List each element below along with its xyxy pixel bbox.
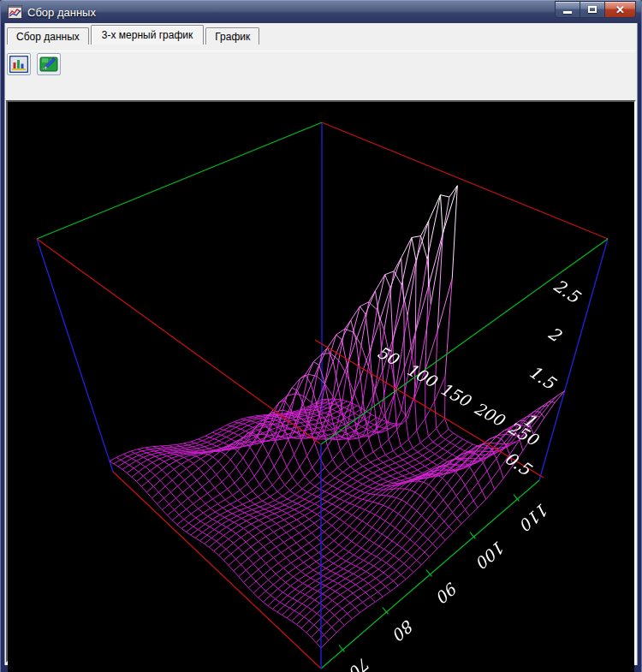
image-pencil-icon — [39, 56, 58, 73]
client-area: Сбор данных3-х мерный графикГрафик — [4, 23, 638, 665]
tab-strip: Сбор данных3-х мерный графикГрафик — [4, 23, 638, 47]
maximize-icon — [588, 6, 597, 13]
title-bar[interactable]: Сбор данных ✕ — [1, 1, 641, 23]
edit-plot-button[interactable] — [37, 53, 61, 75]
plot-area — [6, 100, 636, 663]
bar-chart-button[interactable] — [7, 53, 31, 75]
window-title: Сбор данных — [27, 6, 555, 19]
maximize-button[interactable] — [580, 1, 605, 18]
toolbar — [6, 51, 636, 77]
tab-graph[interactable]: График — [205, 27, 259, 45]
app-window: Сбор данных ✕ Сбор данных3-х мерный граф… — [0, 0, 642, 672]
minimize-button[interactable] — [555, 1, 580, 18]
minimize-icon — [563, 11, 572, 14]
tab-page-3d-graph — [6, 51, 636, 663]
tab-data-collection[interactable]: Сбор данных — [7, 27, 89, 45]
bar-chart-icon — [9, 56, 28, 73]
app-chart-icon — [8, 5, 22, 19]
close-icon: ✕ — [615, 4, 625, 15]
surface-plot-canvas[interactable] — [8, 102, 634, 672]
close-button[interactable]: ✕ — [605, 1, 636, 18]
tab-3d-graph[interactable]: 3-х мерный график — [91, 25, 204, 45]
